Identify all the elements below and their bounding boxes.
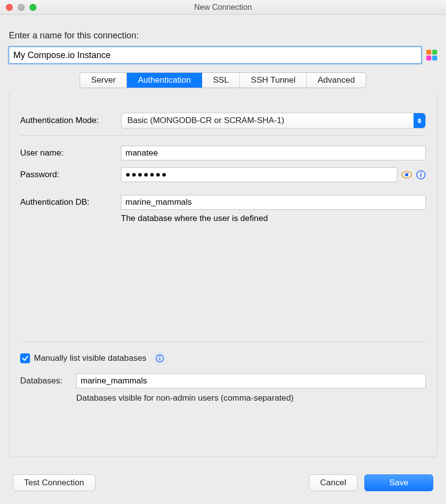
chevron-up-down-icon — [414, 113, 425, 128]
divider — [20, 135, 426, 136]
databases-input[interactable] — [76, 374, 426, 388]
tabs-container: Server Authentication SSL SSH Tunnel Adv… — [9, 72, 437, 88]
save-button[interactable]: Save — [364, 474, 433, 491]
authdb-help-text: The database where the user is defined — [121, 214, 426, 223]
svg-point-6 — [159, 356, 160, 357]
tab-authentication[interactable]: Authentication — [127, 73, 202, 88]
username-input[interactable] — [121, 146, 426, 160]
password-info-icon[interactable] — [416, 170, 426, 180]
cancel-button[interactable]: Cancel — [309, 474, 357, 491]
connection-name-section: Enter a name for this connection: Server… — [0, 15, 446, 93]
titlebar: New Connection — [0, 0, 446, 15]
svg-rect-7 — [159, 358, 160, 360]
databases-label: Databases: — [20, 376, 69, 386]
databases-help-text: Databases visible for non-admin users (c… — [76, 393, 426, 403]
password-label: Password: — [20, 170, 121, 180]
test-connection-button[interactable]: Test Connection — [13, 474, 95, 491]
manual-db-checkbox[interactable] — [20, 353, 30, 363]
tab-ssl[interactable]: SSL — [202, 73, 240, 88]
auth-mode-value: Basic (MONGODB-CR or SCRAM-SHA-1) — [127, 116, 284, 126]
tabs: Server Authentication SSL SSH Tunnel Adv… — [80, 72, 366, 88]
auth-mode-select[interactable]: Basic (MONGODB-CR or SCRAM-SHA-1) — [121, 113, 426, 128]
tab-advanced[interactable]: Advanced — [307, 73, 366, 88]
window-title: New Connection — [0, 3, 446, 12]
manual-db-info-icon[interactable] — [153, 352, 166, 365]
tab-server[interactable]: Server — [80, 73, 127, 88]
authdb-label: Authentication DB: — [20, 197, 121, 207]
password-input[interactable] — [121, 167, 397, 182]
reveal-password-icon[interactable] — [401, 171, 412, 179]
authdb-input[interactable] — [121, 195, 426, 210]
svg-point-3 — [420, 172, 422, 174]
svg-rect-4 — [420, 174, 421, 177]
connection-name-input[interactable] — [9, 47, 421, 63]
svg-point-1 — [405, 173, 408, 176]
authentication-panel: Authentication Mode: Basic (MONGODB-CR o… — [9, 93, 437, 457]
username-label: User name: — [20, 148, 121, 158]
connection-name-prompt: Enter a name for this connection: — [9, 31, 437, 41]
connection-color-icon[interactable] — [426, 50, 437, 61]
dialog-footer: Test Connection Cancel Save — [0, 474, 446, 504]
manual-db-checkbox-label: Manually list visible databases — [34, 353, 147, 363]
tab-ssh-tunnel[interactable]: SSH Tunnel — [240, 73, 307, 88]
divider — [20, 342, 426, 342]
auth-mode-label: Authentication Mode: — [20, 116, 121, 126]
